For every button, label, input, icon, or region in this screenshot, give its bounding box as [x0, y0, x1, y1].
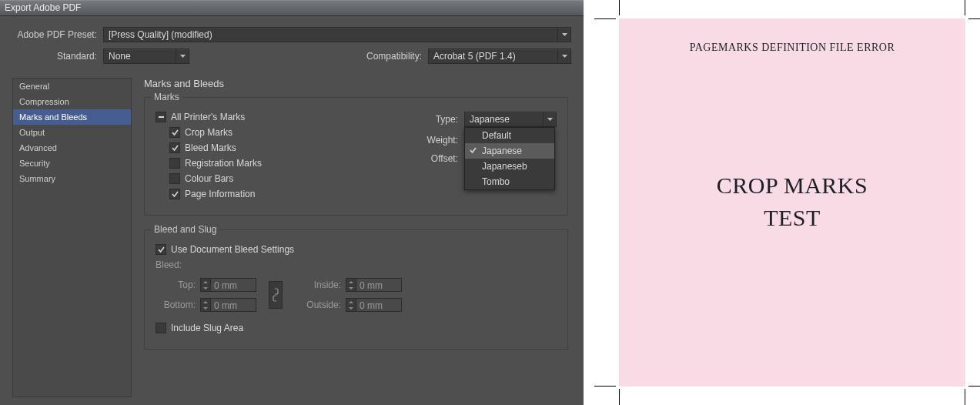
up-arrow-icon[interactable]	[201, 299, 210, 305]
bleed-slug-group: Bleed and Slug Use Document Bleed Settin…	[144, 229, 568, 350]
crop-mark-icon	[594, 386, 616, 387]
panel-title: Marks and Bleeds	[144, 78, 568, 89]
down-arrow-icon[interactable]	[346, 285, 356, 291]
chevron-down-icon	[176, 49, 189, 63]
crop-mark-icon	[619, 389, 620, 405]
preset-dropdown[interactable]: [Press Quality] (modified)	[103, 27, 571, 42]
bleed-inside-label: Inside:	[295, 279, 346, 290]
page-content-line2: TEST	[619, 205, 965, 231]
sidebar-item-security[interactable]: Security	[13, 156, 131, 171]
bleed-top-label: Top:	[156, 279, 200, 290]
standard-value: None	[109, 51, 131, 62]
type-dropdown-menu: Default Japanese Japaneseb Tombo	[464, 127, 555, 190]
page-content-title: CROP MARKS TEST	[619, 172, 965, 231]
bleed-inside-value: 0 mm	[356, 278, 402, 292]
colour-bars-checkbox[interactable]	[169, 173, 180, 184]
marks-group: Marks All Printer's Marks Crop Marks	[144, 97, 568, 216]
crop-marks-checkbox[interactable]	[169, 127, 180, 138]
compatibility-dropdown[interactable]: Acrobat 5 (PDF 1.4)	[428, 49, 571, 64]
page-information-label: Page Information	[185, 189, 255, 199]
sidebar-item-general[interactable]: General	[13, 79, 131, 94]
bleed-inside-stepper[interactable]: 0 mm	[346, 278, 402, 292]
bleed-top-stepper[interactable]: 0 mm	[200, 278, 256, 292]
export-pdf-dialog: Export Adobe PDF Adobe PDF Preset: [Pres…	[0, 0, 584, 405]
down-arrow-icon[interactable]	[201, 305, 210, 311]
chevron-down-icon	[557, 28, 570, 42]
panel-content: Marks and Bleeds Marks All Printer's Mar…	[132, 78, 571, 397]
include-slug-checkbox[interactable]	[156, 323, 166, 333]
type-option-japanese[interactable]: Japanese	[465, 143, 554, 159]
bleed-bottom-label: Bottom:	[156, 300, 200, 310]
down-arrow-icon[interactable]	[346, 305, 356, 311]
down-arrow-icon[interactable]	[201, 285, 210, 291]
bleed-bottom-value: 0 mm	[211, 298, 256, 312]
registration-marks-label: Registration Marks	[185, 158, 262, 169]
standard-label: Standard:	[12, 51, 103, 62]
colour-bars-label: Colour Bars	[185, 173, 233, 184]
use-document-bleed-checkbox[interactable]	[156, 244, 166, 255]
weight-label: Weight:	[415, 135, 464, 146]
bleed-top-value: 0 mm	[211, 278, 256, 292]
chevron-down-icon	[557, 49, 570, 63]
page-area: PAGEMARKS DEFINITION FILE ERROR CROP MAR…	[619, 18, 965, 387]
bleed-bottom-stepper[interactable]: 0 mm	[200, 298, 256, 312]
crop-mark-icon	[965, 0, 965, 15]
include-slug-label: Include Slug Area	[171, 323, 243, 333]
document-preview: PAGEMARKS DEFINITION FILE ERROR CROP MAR…	[584, 0, 980, 405]
chevron-down-icon	[543, 112, 556, 126]
offset-label: Offset:	[415, 153, 464, 164]
preset-value: [Press Quality] (modified)	[109, 29, 212, 40]
registration-marks-checkbox[interactable]	[169, 158, 180, 169]
sidebar-item-summary[interactable]: Summary	[13, 171, 131, 186]
type-dropdown[interactable]: Japanese	[464, 112, 557, 127]
type-option-tombo[interactable]: Tombo	[465, 174, 554, 189]
bleed-marks-label: Bleed Marks	[185, 142, 236, 153]
type-option-japaneseb[interactable]: Japaneseb	[465, 159, 554, 174]
bleed-outside-value: 0 mm	[356, 298, 402, 312]
up-arrow-icon[interactable]	[346, 279, 356, 285]
crop-mark-icon	[968, 386, 980, 387]
bleed-subtitle: Bleed:	[156, 259, 557, 270]
page-information-text: PAGEMARKS DEFINITION FILE ERROR	[619, 42, 965, 54]
page-content-line1: CROP MARKS	[619, 172, 965, 199]
crop-mark-icon	[965, 389, 965, 405]
dialog-title: Export Adobe PDF	[0, 0, 584, 16]
check-icon	[470, 146, 477, 156]
up-arrow-icon[interactable]	[346, 299, 356, 305]
bleed-outside-label: Outside:	[295, 300, 346, 310]
crop-marks-label: Crop Marks	[185, 127, 232, 138]
type-value: Japanese	[470, 114, 510, 125]
sidebar-item-advanced[interactable]: Advanced	[13, 140, 131, 156]
sidebar-item-output[interactable]: Output	[13, 125, 131, 140]
type-label: Type:	[415, 114, 464, 125]
all-printer-marks-checkbox[interactable]	[156, 112, 166, 122]
use-document-bleed-label: Use Document Bleed Settings	[171, 244, 294, 255]
sidebar-item-marks-and-bleeds[interactable]: Marks and Bleeds	[13, 109, 131, 125]
bleed-slug-legend: Bleed and Slug	[151, 224, 219, 235]
link-icon[interactable]	[269, 281, 283, 309]
bleed-outside-stepper[interactable]: 0 mm	[346, 298, 402, 312]
preset-label: Adobe PDF Preset:	[12, 29, 103, 40]
type-option-default[interactable]: Default	[465, 128, 554, 143]
category-list: General Compression Marks and Bleeds Out…	[12, 78, 132, 397]
crop-mark-icon	[594, 18, 616, 19]
up-arrow-icon[interactable]	[201, 279, 210, 285]
marks-legend: Marks	[151, 92, 182, 102]
all-printer-marks-label: All Printer's Marks	[171, 112, 245, 122]
crop-mark-icon	[619, 0, 620, 15]
page-information-checkbox[interactable]	[169, 189, 180, 199]
compatibility-label: Compatibility:	[366, 51, 428, 62]
bleed-marks-checkbox[interactable]	[169, 142, 180, 153]
standard-dropdown[interactable]: None	[103, 49, 189, 64]
compatibility-value: Acrobat 5 (PDF 1.4)	[433, 51, 516, 62]
crop-mark-icon	[968, 18, 980, 19]
sidebar-item-compression[interactable]: Compression	[13, 94, 131, 109]
